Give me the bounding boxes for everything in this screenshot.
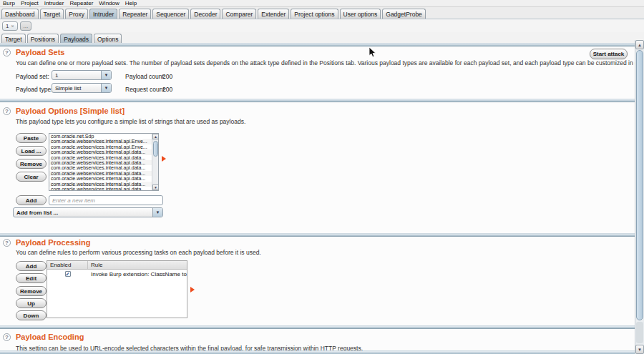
payload-list-item[interactable]: com.oracle.webservices.internal.api.data… [49, 187, 152, 191]
payload-list-item[interactable]: com.oracle.webservices.internal.api.data… [49, 176, 152, 181]
tab-dashboard[interactable]: Dashboard [1, 9, 39, 19]
tab-user-options[interactable]: User options [340, 9, 381, 19]
tab-intruder-options[interactable]: Options [94, 34, 122, 43]
new-item-input[interactable] [49, 195, 163, 205]
payload-processing-title: Payload Processing [16, 238, 91, 247]
payload-list-item[interactable]: com.oracle.webservices.internal.api.data… [49, 149, 152, 154]
tab-gadgetprobe[interactable]: GadgetProbe [382, 9, 426, 19]
add-button[interactable]: Add [16, 195, 47, 205]
tab-repeater[interactable]: Repeater [119, 9, 151, 19]
scroll-thumb[interactable] [636, 50, 643, 320]
payload-listbox[interactable]: com.oracle.net.Sdpcom.oracle.webservices… [49, 133, 159, 191]
menu-bar: BurpProjectIntruderRepeaterWindowHelp [0, 0, 644, 7]
remove-button[interactable]: Remove [16, 159, 47, 169]
payload-list-item[interactable]: com.oracle.webservices.internal.api.data… [49, 182, 152, 187]
remove-rule-button[interactable]: Remove [16, 286, 47, 296]
rule-cell: Invoke Burp extension: ClassName to Gadg… [88, 271, 187, 277]
payload-options-title: Payload Options [Simple list] [16, 107, 125, 115]
menu-item[interactable]: Repeater [69, 0, 93, 6]
tab-project-options[interactable]: Project options [291, 9, 338, 19]
tab-decoder[interactable]: Decoder [190, 9, 220, 19]
menu-item[interactable]: Project [21, 0, 39, 6]
add-rule-button[interactable]: Add [16, 261, 47, 271]
payload-list-item[interactable]: com.oracle.webservices.internal.api.data… [49, 160, 152, 165]
help-icon[interactable]: ? [3, 239, 11, 247]
menu-item[interactable]: Help [125, 0, 137, 6]
chevron-down-icon: ▼ [101, 71, 111, 79]
payload-type-select[interactable]: Simple list ▼ [52, 83, 112, 93]
enabled-checkbox[interactable]: ✓ [65, 271, 71, 277]
tab-intruder-payloads[interactable]: Payloads [60, 34, 92, 43]
payload-list-item[interactable]: com.oracle.webservices.internal.api.data… [49, 171, 152, 176]
payload-count-label: Payload count: [125, 73, 165, 80]
payload-sets-title: Payload Sets [16, 48, 64, 56]
payload-list-item[interactable]: com.oracle.webservices.internal.api.Enve… [49, 144, 152, 149]
payload-encoding-section: ? Payload Encoding This setting can be u… [0, 329, 635, 350]
payload-sets-section: ? Payload Sets Start attack You can defi… [0, 46, 635, 99]
attention-arrow-icon [162, 156, 166, 162]
payload-set-value: 1 [52, 71, 101, 79]
chevron-down-icon: ▼ [101, 84, 111, 92]
payload-sets-description: You can define one or more payload sets.… [16, 59, 644, 67]
scroll-up-icon[interactable]: ▲ [152, 134, 159, 139]
payload-count-value: 200 [162, 73, 172, 80]
attention-arrow-icon [190, 287, 195, 292]
tab-comparer[interactable]: Comparer [222, 9, 256, 19]
table-header: Enabled Rule [47, 261, 187, 270]
tab-target[interactable]: Target [40, 9, 64, 19]
tab-intruder-positions[interactable]: Positions [27, 34, 59, 43]
more-tabs-label: ... [24, 23, 29, 29]
tab-sequencer[interactable]: Sequencer [152, 9, 189, 19]
payload-list: com.oracle.net.Sdpcom.oracle.webservices… [49, 134, 152, 191]
scroll-track[interactable] [636, 322, 643, 343]
clear-button[interactable]: Clear [16, 172, 47, 182]
payload-options-description: This payload type lets you configure a s… [16, 118, 245, 125]
intruder-tab-bar: Target Positions Payloads Options [0, 32, 644, 43]
payload-list-item[interactable]: com.oracle.webservices.internal.api.data… [49, 165, 152, 170]
menu-item[interactable]: Window [99, 0, 119, 6]
add-from-list-select[interactable]: Add from list ... ▼ [13, 207, 163, 217]
tab-intruder-target[interactable]: Target [1, 34, 26, 43]
load-button[interactable]: Load ... [16, 146, 47, 156]
payload-list-item[interactable]: com.oracle.webservices.internal.api.data… [49, 155, 152, 160]
tab-proxy[interactable]: Proxy [65, 9, 88, 19]
processing-rules-table[interactable]: Enabled Rule ✓ Invoke Burp extension: Cl… [47, 260, 187, 318]
attack-tab-more[interactable]: ... [20, 21, 32, 31]
down-rule-button[interactable]: Down [16, 310, 47, 320]
close-icon[interactable]: × [11, 24, 14, 29]
list-scrollbar[interactable]: ▲ ▼ [152, 134, 158, 190]
scroll-down-icon[interactable]: ▼ [635, 345, 644, 354]
edit-rule-button[interactable]: Edit [16, 273, 47, 283]
menu-item[interactable]: Intruder [44, 0, 64, 6]
start-attack-button[interactable]: Start attack [590, 49, 628, 59]
paste-button[interactable]: Paste [16, 133, 47, 143]
tab-extender[interactable]: Extender [258, 9, 289, 19]
scroll-up-icon[interactable]: ▲ [635, 40, 644, 49]
up-rule-button[interactable]: Up [16, 298, 47, 308]
help-icon[interactable]: ? [3, 49, 11, 56]
main-tab-bar: Dashboard Target Proxy Intruder Repeater… [0, 7, 644, 19]
payload-list-item[interactable]: com.oracle.net.Sdp [49, 134, 152, 139]
help-icon[interactable]: ? [3, 107, 11, 115]
bottom-edge-bar [0, 350, 635, 354]
vertical-scrollbar[interactable]: ▲ ▼ [635, 40, 644, 354]
list-scroll-thumb[interactable] [153, 141, 158, 157]
attack-tab-1[interactable]: 1 × [2, 21, 18, 31]
payload-list-item[interactable]: com.oracle.webservices.internal.api.Enve… [49, 139, 152, 144]
add-from-list-value: Add from list ... [14, 208, 152, 217]
enabled-column-header[interactable]: Enabled [47, 261, 88, 269]
request-count-value: 200 [162, 86, 172, 93]
attack-tab-bar: 1 × ... [0, 19, 644, 32]
payload-set-label: Payload set: [16, 73, 49, 80]
payload-processing-description: You can define rules to perform various … [16, 249, 261, 256]
help-icon[interactable]: ? [3, 333, 11, 341]
payload-set-select[interactable]: 1 ▼ [52, 70, 112, 80]
rule-column-header[interactable]: Rule [88, 261, 187, 269]
mouse-cursor-icon [369, 47, 377, 61]
tab-intruder[interactable]: Intruder [89, 9, 117, 19]
scroll-down-icon[interactable]: ▼ [152, 185, 159, 190]
payload-type-label: Payload type: [16, 86, 53, 93]
payload-processing-section: ? Payload Processing You can define rule… [0, 237, 635, 325]
table-row[interactable]: ✓ Invoke Burp extension: ClassName to Ga… [47, 270, 187, 278]
menu-item[interactable]: Burp [3, 0, 15, 6]
